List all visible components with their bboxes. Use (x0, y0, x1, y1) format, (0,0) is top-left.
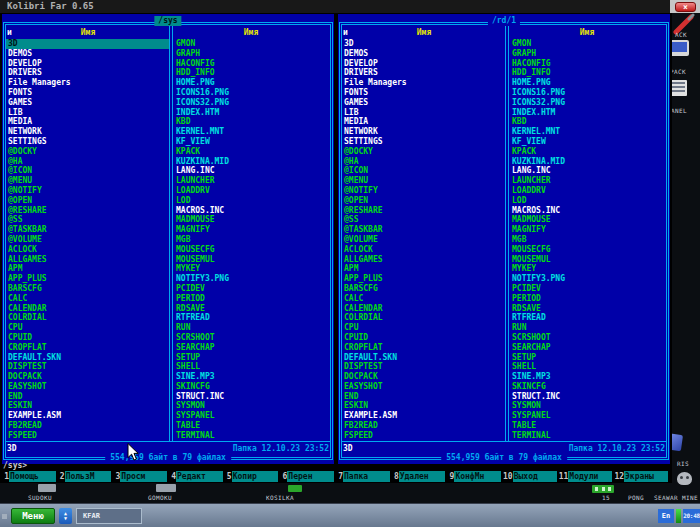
file-item[interactable]: CROPFLAT (342, 343, 505, 353)
file-item[interactable]: LIB (342, 108, 505, 118)
file-item[interactable]: @OPEN (6, 196, 169, 206)
file-item[interactable]: SYSMON (174, 401, 330, 411)
fkey-12[interactable]: 12Экраны (614, 471, 670, 482)
file-item[interactable]: ESKIN (342, 401, 505, 411)
desktop-icon-label[interactable]: MINE (682, 494, 698, 501)
file-item[interactable]: LOADDRV (174, 186, 330, 196)
file-item[interactable]: GRAPH (510, 49, 666, 59)
fkey-8[interactable]: 8Удален (392, 471, 448, 482)
file-item[interactable]: SEARCHAP (174, 343, 330, 353)
file-item[interactable]: RTFREAD (174, 313, 330, 323)
file-item[interactable]: @DOCKY (6, 147, 169, 157)
file-item[interactable]: GAMES (342, 98, 505, 108)
file-item[interactable]: 3D (6, 39, 169, 49)
file-item[interactable]: MOUSEMUL (174, 255, 330, 265)
file-item[interactable]: SYSPANEL (510, 411, 666, 421)
file-item[interactable]: MGB (510, 235, 666, 245)
file-item[interactable]: MADMOUSE (510, 215, 666, 225)
file-item[interactable]: MADMOUSE (174, 215, 330, 225)
file-item[interactable]: ALLGAMES (342, 255, 505, 265)
file-item[interactable]: CPU (342, 323, 505, 333)
file-item[interactable]: GMON (174, 39, 330, 49)
file-item[interactable]: GMON (510, 39, 666, 49)
window-switcher-icon[interactable]: ▲ ▼ (59, 508, 72, 524)
file-item[interactable]: COLRDIAL (342, 313, 505, 323)
file-item[interactable]: DISPTEST (6, 362, 169, 372)
file-item[interactable]: @MENU (342, 176, 505, 186)
file-item[interactable]: RUN (174, 323, 330, 333)
file-item[interactable]: KUZKINA.MID (174, 157, 330, 167)
file-item[interactable]: @VOLUME (6, 235, 169, 245)
file-item[interactable]: @DOCKY (342, 147, 505, 157)
fkey-5[interactable]: 5Копир (225, 471, 281, 482)
task-button-kfar[interactable]: KFAR (76, 508, 142, 524)
file-item[interactable]: END (342, 392, 505, 402)
file-item[interactable]: CALENDAR (6, 304, 169, 314)
fkey-10[interactable]: 10Выход (503, 471, 559, 482)
file-item[interactable]: NETWORK (6, 127, 169, 137)
file-item[interactable]: HOME.PNG (174, 78, 330, 88)
file-item[interactable]: MOUSEMUL (510, 255, 666, 265)
file-item[interactable]: DOCPACK (342, 372, 505, 382)
app-icon[interactable] (592, 485, 614, 493)
file-item[interactable]: @VOLUME (342, 235, 505, 245)
file-item[interactable]: TERMINAL (510, 431, 666, 441)
file-item[interactable]: SEARCHAP (510, 343, 666, 353)
desktop-icon-label[interactable]: ACK (675, 31, 687, 38)
file-item[interactable]: KF_VIEW (510, 137, 666, 147)
file-item[interactable]: SYSMON (510, 401, 666, 411)
menu-button[interactable]: Меню (11, 508, 55, 524)
file-item[interactable]: HDD_INFO (174, 68, 330, 78)
file-item[interactable]: SCRSHOOT (174, 333, 330, 343)
file-item[interactable]: STRUCT.INC (510, 392, 666, 402)
file-item[interactable]: MOUSECFG (510, 245, 666, 255)
file-item[interactable]: GRAPH (174, 49, 330, 59)
file-item[interactable]: APM (342, 264, 505, 274)
file-item[interactable]: PCIDEV (174, 284, 330, 294)
file-item[interactable]: LOD (510, 196, 666, 206)
file-item[interactable]: LOD (174, 196, 330, 206)
file-item[interactable]: ACLOCK (6, 245, 169, 255)
file-item[interactable]: GAMES (6, 98, 169, 108)
file-item[interactable]: DEMOS (6, 49, 169, 59)
file-item[interactable]: MACROS.INC (510, 206, 666, 216)
file-item[interactable]: SETTINGS (342, 137, 505, 147)
desktop-icon-label[interactable]: RIS (677, 460, 689, 467)
file-item[interactable]: KUZKINA.MID (510, 157, 666, 167)
file-item[interactable]: LANG.INC (174, 166, 330, 176)
file-item[interactable]: MEDIA (6, 117, 169, 127)
file-item[interactable]: DRIVERS (342, 68, 505, 78)
app-icon[interactable] (38, 484, 56, 492)
file-item[interactable]: SHELL (174, 362, 330, 372)
fkey-11[interactable]: 11Модули (559, 471, 615, 482)
file-item[interactable]: @ICON (342, 166, 505, 176)
panel-path[interactable]: /rd/1 (488, 16, 520, 26)
file-item[interactable]: KERNEL.MNT (510, 127, 666, 137)
file-item[interactable]: NOTIFY3.PNG (174, 274, 330, 284)
file-item[interactable]: DOCPACK (6, 372, 169, 382)
file-item[interactable]: ICONS16.PNG (510, 88, 666, 98)
cpu-usage-indicator[interactable] (676, 509, 681, 523)
file-item[interactable]: FONTS (6, 88, 169, 98)
taskbar-clock[interactable]: 20:48 (683, 509, 700, 523)
file-item[interactable]: MACROS.INC (174, 206, 330, 216)
command-line[interactable]: /sys> (3, 461, 27, 470)
file-item[interactable]: APP_PLUS (342, 274, 505, 284)
file-item[interactable]: RDSAVE (510, 304, 666, 314)
taskbar-handle[interactable] (2, 514, 7, 519)
file-item[interactable]: SINE.MP3 (510, 372, 666, 382)
file-item[interactable]: DISPTEST (342, 362, 505, 372)
file-item[interactable]: EXAMPLE.ASM (6, 411, 169, 421)
file-item[interactable]: DEVELOP (6, 59, 169, 69)
file-item[interactable]: BARSCFG (342, 284, 505, 294)
desktop-icon-label[interactable]: SEAWAR (654, 494, 678, 501)
file-item[interactable]: TABLE (510, 421, 666, 431)
desktop-icon-label[interactable]: ANEL (671, 107, 687, 114)
desktop-icon-label[interactable]: PONG (628, 494, 644, 501)
fkey-9[interactable]: 9КонфМн (447, 471, 503, 482)
desktop-icon-label[interactable]: PACK (670, 68, 686, 75)
file-item[interactable]: DEFAULT.SKN (6, 353, 169, 363)
fkey-3[interactable]: 3Просм (113, 471, 169, 482)
file-item[interactable]: CROPFLAT (6, 343, 169, 353)
file-item[interactable]: LAUNCHER (174, 176, 330, 186)
